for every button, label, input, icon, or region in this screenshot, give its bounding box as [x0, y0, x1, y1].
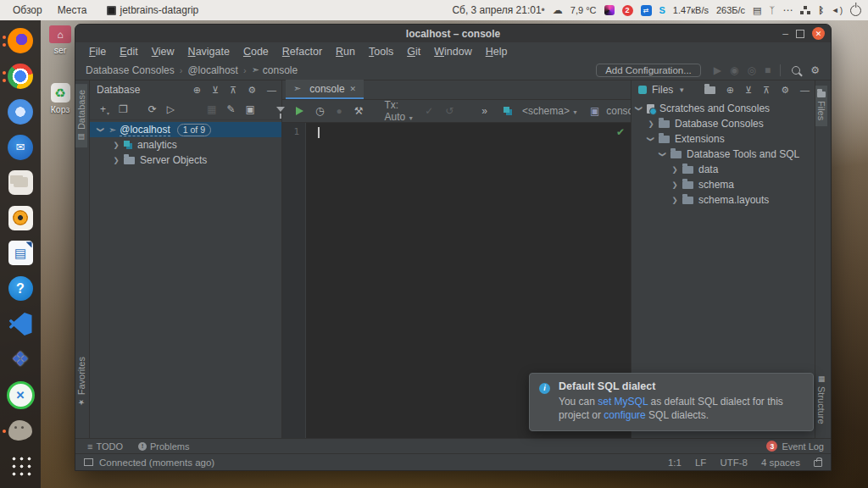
run-script-icon[interactable]: ▷ [167, 103, 175, 115]
inspection-ok-icon[interactable]: ✔ [616, 126, 625, 138]
places-menu[interactable]: Места [50, 4, 95, 16]
teamviewer-icon[interactable]: ⇄ [641, 5, 652, 16]
menu-refactor[interactable]: Refactor [277, 46, 327, 58]
menu-edit[interactable]: Edit [114, 46, 143, 58]
dock-writer-icon[interactable] [0, 240, 41, 268]
panel-settings-gear-icon[interactable]: ⚙ [781, 85, 789, 96]
toolwindow-tab-todo[interactable]: TODO [87, 441, 123, 452]
refresh-icon[interactable]: ⟳ [148, 103, 157, 115]
caret-position-widget[interactable]: 1:1 [668, 458, 682, 468]
sql-dialect-notification[interactable]: i Default SQL dialect You can set MySQL … [529, 373, 814, 431]
search-everywhere-icon[interactable] [792, 66, 800, 75]
close-tab-icon[interactable]: ✕ [350, 85, 357, 93]
locate-icon[interactable]: ⊕ [726, 85, 734, 96]
menu-git[interactable]: Git [402, 46, 426, 58]
desktop-icon-trash[interactable]: ♻ Корз [46, 83, 75, 114]
dock-rhythmbox-icon[interactable] [0, 204, 41, 232]
breadcrumb-console[interactable]: console [263, 64, 298, 76]
tx-mode-selector[interactable]: Tx: Auto▼ [385, 99, 415, 123]
modify-pencil-icon[interactable]: ✎ [226, 103, 235, 115]
toolwindow-tab-structure[interactable]: ▦ Structure [815, 369, 827, 430]
dock-app-grid-button[interactable] [0, 452, 41, 480]
toolwindow-tab-database[interactable]: ▤ Database [75, 84, 87, 147]
expand-all-icon[interactable]: ⊻ [745, 85, 752, 96]
connection-status-text[interactable]: Connected (moments ago) [99, 458, 214, 468]
configure-link[interactable]: configure [604, 409, 645, 421]
tree-row-localhost[interactable]: ❯ ➣ @localhost 1 of 9 [90, 122, 281, 137]
media-tray-icon[interactable] [604, 5, 615, 15]
tree-row-database-consoles[interactable]: ❯ Database Consoles [632, 116, 815, 131]
hide-panel-icon[interactable]: — [267, 85, 276, 95]
breadcrumb-database-consoles[interactable]: Database Consoles [86, 64, 175, 76]
network-icon[interactable] [800, 6, 810, 14]
more-icon[interactable] [782, 4, 793, 16]
files-panel-title[interactable]: Files [652, 84, 673, 96]
overflow-chevrons-icon[interactable]: » [481, 105, 487, 117]
notification-badge-icon[interactable]: 2 [622, 5, 633, 16]
toolwindow-tab-problems[interactable]: ! Problems [138, 441, 189, 452]
editor-tab-console[interactable]: ➣ console ✕ [286, 80, 364, 99]
dock-gimp-icon[interactable] [0, 417, 41, 445]
locate-icon[interactable]: ⊕ [193, 85, 201, 96]
dock-chrome-icon[interactable] [0, 63, 41, 91]
collapse-all-icon[interactable]: ⊼ [230, 85, 236, 96]
activities-overview-button[interactable]: Обзор [5, 4, 50, 16]
chevron-expanded-icon[interactable]: ❯ [647, 135, 655, 143]
encoding-widget[interactable]: UTF-8 [720, 458, 748, 468]
add-datasource-icon[interactable]: + [100, 103, 108, 115]
add-configuration-button[interactable]: Add Configuration... [596, 64, 701, 77]
new-console-icon[interactable]: ▣ [246, 103, 255, 115]
select-open-file-icon[interactable] [704, 86, 715, 94]
tree-row-schema-layouts[interactable]: ❯ schema.layouts [632, 192, 815, 208]
menu-view[interactable]: View [147, 46, 180, 58]
readonly-lock-icon[interactable] [814, 460, 822, 467]
chevron-collapsed-icon[interactable]: ❯ [670, 165, 679, 174]
expand-all-icon[interactable]: ⊻ [212, 85, 219, 96]
dock-firefox-icon[interactable] [0, 27, 41, 55]
app-menu[interactable]: jetbrains-datagrip [107, 4, 199, 16]
schema-selector[interactable]: <schema>▼ [522, 105, 578, 117]
bluetooth-icon[interactable] [818, 4, 824, 16]
panel-settings-gear-icon[interactable]: ⚙ [248, 85, 256, 96]
dock-help-icon[interactable]: ? [0, 274, 41, 302]
volume-icon[interactable] [832, 6, 843, 15]
menu-help[interactable]: Help [481, 46, 513, 58]
accessibility-icon[interactable] [770, 4, 776, 16]
breadcrumb-localhost[interactable]: @localhost [187, 64, 238, 76]
tree-row-server-objects[interactable]: ❯ Server Objects [90, 152, 281, 168]
desktop-icon-server[interactable]: ⌂ ser [46, 25, 75, 55]
tree-row-extensions[interactable]: ❯ Extensions [632, 131, 815, 147]
tree-row-database-tools[interactable]: ❯ Database Tools and SQL [632, 147, 815, 162]
chevron-expanded-icon[interactable]: ❯ [97, 125, 105, 134]
line-separator-widget[interactable]: LF [695, 458, 706, 468]
menu-navigate[interactable]: Navigate [183, 46, 235, 58]
close-button[interactable]: ✕ [812, 27, 825, 40]
toolwindow-tab-files[interactable]: Files [815, 86, 827, 126]
tree-row-analytics[interactable]: ❯ analytics [90, 137, 281, 152]
chevron-collapsed-icon[interactable]: ❯ [647, 119, 655, 128]
duplicate-icon[interactable]: ❐ [119, 103, 128, 115]
chevron-collapsed-icon[interactable]: ❯ [112, 141, 120, 149]
power-icon[interactable] [850, 5, 861, 16]
minimize-button[interactable]: – [782, 30, 788, 38]
menu-code[interactable]: Code [238, 46, 274, 58]
toolwindow-tab-event-log[interactable]: 3 Event Log [766, 441, 824, 452]
dock-vscode-icon[interactable] [0, 310, 41, 338]
chevron-expanded-icon[interactable]: ❯ [659, 150, 667, 158]
filter-icon[interactable] [276, 107, 285, 112]
clock-menu[interactable]: Сб, 3 апреля 21:01 [452, 4, 544, 16]
set-mysql-link[interactable]: set MySQL [598, 396, 648, 408]
maximize-button[interactable] [796, 30, 804, 38]
weather-temp[interactable]: 7,9 °C [570, 5, 597, 15]
chevron-collapsed-icon[interactable]: ❯ [670, 180, 679, 189]
indent-widget[interactable]: 4 spaces [761, 458, 800, 468]
dock-thunderbird-icon[interactable] [0, 133, 41, 161]
tree-row-schema[interactable]: ❯ schema [632, 177, 815, 192]
execute-play-icon[interactable] [296, 107, 303, 115]
chevron-collapsed-icon[interactable]: ❯ [112, 156, 120, 164]
collapse-all-icon[interactable]: ⊼ [763, 85, 770, 96]
clipboard-icon[interactable] [753, 4, 761, 16]
toolwindow-tab-favorites[interactable]: ★ Favorites [75, 351, 87, 413]
dock-files-icon[interactable] [0, 169, 41, 197]
hide-panel-icon[interactable]: — [800, 85, 810, 95]
